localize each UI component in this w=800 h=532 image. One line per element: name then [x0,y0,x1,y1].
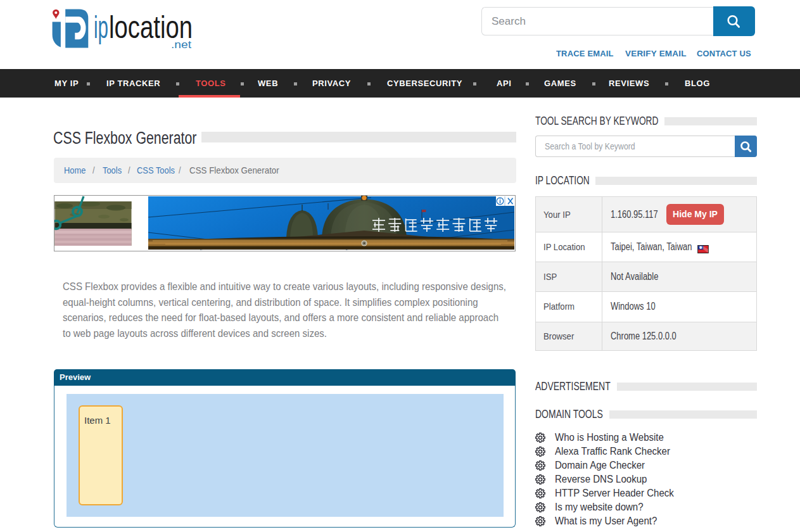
svg-text:ip: ip [94,10,108,45]
svg-text:.net: .net [171,39,191,51]
